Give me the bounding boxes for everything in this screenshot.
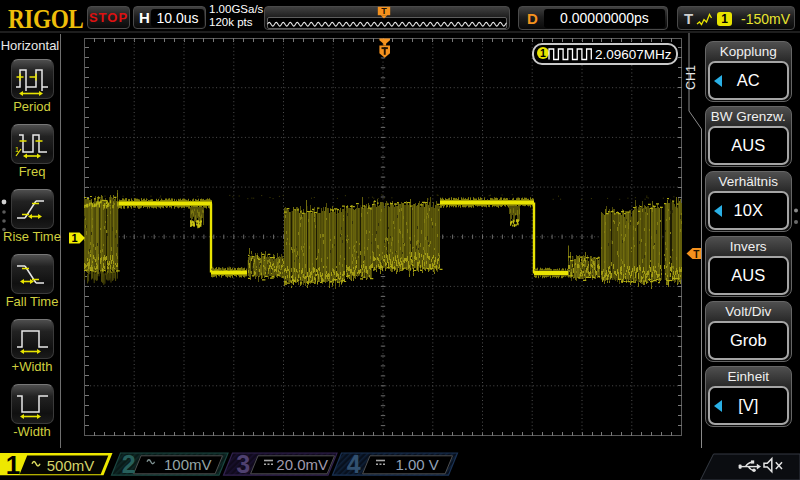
svg-text:1: 1 — [72, 232, 78, 244]
svg-text:100mV: 100mV — [164, 456, 212, 473]
svg-text:20.0mV: 20.0mV — [276, 456, 328, 473]
svg-text:4: 4 — [347, 450, 361, 478]
svg-text:T: T — [693, 249, 699, 260]
svg-text:500mV: 500mV — [47, 457, 95, 474]
svg-text:T: T — [381, 6, 387, 16]
svg-text:1: 1 — [15, 146, 19, 153]
svg-text:1.00 V: 1.00 V — [396, 456, 439, 473]
svg-text:2: 2 — [122, 450, 136, 478]
svg-text:3: 3 — [236, 450, 250, 478]
svg-text:1: 1 — [6, 450, 20, 480]
